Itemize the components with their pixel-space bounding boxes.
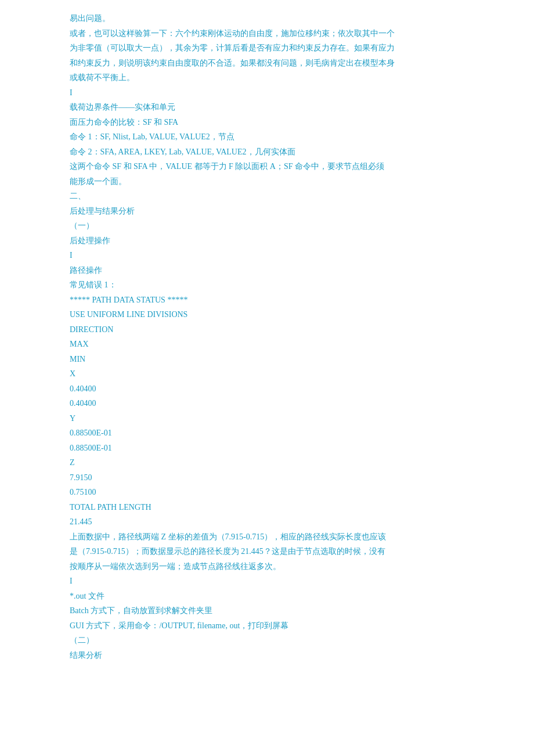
content-line-l5: 或载荷不平衡上。 <box>70 71 464 85</box>
content-line-l31: Z <box>70 456 464 470</box>
content-line-l17: I <box>70 249 464 263</box>
content-line-l34: TOTAL PATH LENGTH <box>70 501 464 515</box>
content-line-l9: 命令 1：SF, Nlist, Lab, VALUE, VALUE2，节点 <box>70 130 464 145</box>
content-line-l25: X <box>70 367 464 381</box>
content-line-l6: I <box>70 86 464 100</box>
content-line-l28: Y <box>70 412 464 426</box>
content-line-l20: ***** PATH DATA STATUS ***** <box>70 293 464 308</box>
content-line-l12: 能形成一个面。 <box>70 175 464 189</box>
content-line-l13: 二、 <box>70 189 464 204</box>
content-line-l15: （一） <box>70 219 464 233</box>
content-line-l35: 21.445 <box>70 515 464 530</box>
content-line-l39: I <box>70 574 464 589</box>
content-line-l43: （二） <box>70 633 464 648</box>
content-line-l3: 为非零值（可以取大一点），其余为零，计算后看是否有应力和约束反力存在。如果有应力 <box>70 41 464 56</box>
content-line-l11: 这两个命令 SF 和 SFA 中，VALUE 都等于力 F 除以面积 A；SF … <box>70 160 464 174</box>
content-line-l38: 按顺序从一端依次选到另一端；造成节点路径线往返多次。 <box>70 560 464 574</box>
content-line-l10: 命令 2：SFA, AREA, LKEY, Lab, VALUE, VALUE2… <box>70 145 464 160</box>
content-line-l18: 路径操作 <box>70 264 464 278</box>
content-line-l7: 载荷边界条件——实体和单元 <box>70 100 464 115</box>
main-content: 易出问题。或者，也可以这样验算一下：六个约束刚体运动的自由度，施加位移约束；依次… <box>70 12 464 663</box>
content-line-l14: 后处理与结果分析 <box>70 204 464 219</box>
content-line-l41: Batch 方式下，自动放置到求解文件夹里 <box>70 604 464 618</box>
content-line-l24: MIN <box>70 352 464 367</box>
content-line-l36: 上面数据中，路径线两端 Z 坐标的差值为（7.915-0.715），相应的路径线… <box>70 530 464 545</box>
content-line-l21: USE UNIFORM LINE DIVISIONS <box>70 308 464 322</box>
content-line-l4: 和约束反力，则说明该约束自由度取的不合适。如果都没有问题，则毛病肯定出在模型本身 <box>70 56 464 71</box>
content-line-l44: 结果分析 <box>70 649 464 663</box>
content-line-l33: 0.75100 <box>70 485 464 500</box>
content-line-l32: 7.9150 <box>70 471 464 485</box>
content-line-l26: 0.40400 <box>70 382 464 397</box>
content-line-l16: 后处理操作 <box>70 234 464 249</box>
content-line-l22: DIRECTION <box>70 323 464 337</box>
content-line-l40: *.out 文件 <box>70 589 464 604</box>
content-line-l8: 面压力命令的比较：SF 和 SFA <box>70 116 464 130</box>
content-line-l42: GUI 方式下，采用命令：/OUTPUT, filename, out，打印到屏… <box>70 619 464 633</box>
content-line-l2: 或者，也可以这样验算一下：六个约束刚体运动的自由度，施加位移约束；依次取其中一个 <box>70 27 464 41</box>
content-line-l29: 0.88500E-01 <box>70 426 464 441</box>
content-line-l30: 0.88500E-01 <box>70 441 464 456</box>
content-line-l19: 常见错误 1： <box>70 278 464 293</box>
content-line-l27: 0.40400 <box>70 397 464 411</box>
content-line-l37: 是（7.915-0.715）；而数据显示总的路径长度为 21.445？这是由于节… <box>70 545 464 559</box>
content-line-l1: 易出问题。 <box>70 12 464 26</box>
content-line-l23: MAX <box>70 337 464 352</box>
